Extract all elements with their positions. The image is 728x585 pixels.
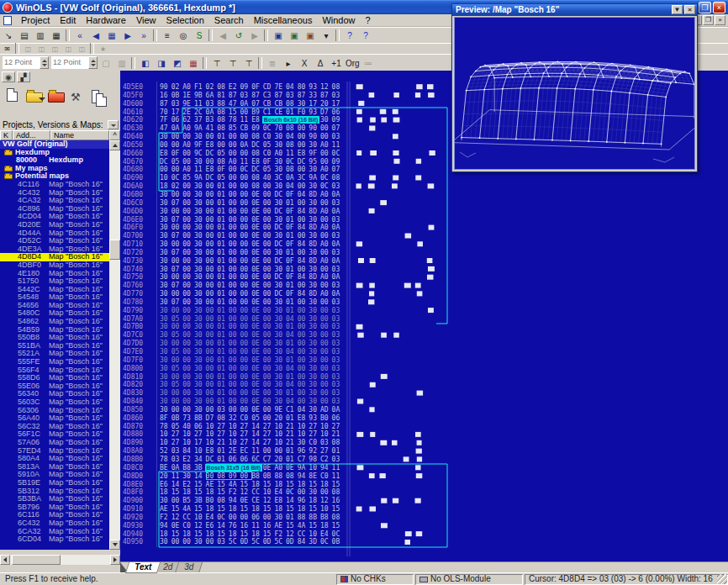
next-version-icon[interactable]: ▶ bbox=[120, 29, 135, 42]
hex-row[interactable]: 4D9503000003000035C0D5C0D5C0D843D0C0B bbox=[123, 538, 343, 546]
back-icon[interactable]: ◀ bbox=[215, 29, 230, 42]
column-header-name[interactable]: Name bbox=[50, 130, 109, 140]
hex-row[interactable]: 4D7B030000030000100000E00300100300003 bbox=[123, 323, 343, 331]
hex-row[interactable]: 4D640300000300001000008C0300400900003 bbox=[123, 133, 343, 141]
hide-icon[interactable]: ≣ bbox=[265, 56, 280, 70]
hex-row[interactable]: 4D80030050030000100000E00300400300003 bbox=[123, 365, 343, 373]
column-header-addr[interactable]: Add... bbox=[13, 130, 50, 140]
hex-row[interactable]: 4D83030000030000100000E00300100300003 bbox=[123, 389, 343, 398]
preview-title-bar[interactable]: Preview: /Map "Bosch 16" ▼ × bbox=[452, 4, 697, 16]
tree-item-map[interactable]: 6CD04Map "Bosch 16" bbox=[0, 535, 109, 544]
axis-y-icon[interactable]: ⊤ bbox=[225, 56, 240, 70]
hex-row[interactable]: 4D7A030050030000100000E00300400300003 bbox=[123, 315, 343, 324]
copy-window-icon[interactable]: ▥ bbox=[33, 29, 48, 42]
hex-row[interactable]: 4D6C030070030000100000E00300100300003 bbox=[123, 199, 343, 208]
spinner-up-icon[interactable] bbox=[42, 60, 47, 62]
search-maps-icon[interactable]: ◉ bbox=[2, 71, 15, 82]
hex-row[interactable]: 4D81030000030000100000E00300100300003 bbox=[123, 373, 343, 382]
hex-row[interactable]: 4D5E09002A0F10208E2090FCD7E0480931208 bbox=[123, 83, 343, 92]
sort-icon[interactable]: ^ bbox=[109, 130, 120, 140]
column-header-k[interactable]: K bbox=[0, 130, 13, 140]
checksum-button[interactable]: ⚒ bbox=[67, 85, 88, 115]
zoom-step4-icon[interactable]: ◫ bbox=[62, 44, 75, 54]
version-overview-icon[interactable]: ▦ bbox=[104, 29, 119, 42]
hex-row[interactable]: 4D78030070030000100000E00300100300003 bbox=[123, 298, 343, 307]
menu-?[interactable]: ? bbox=[361, 14, 376, 27]
hex-row[interactable]: 4D75030000030000100000E00DC0F848DA00A bbox=[123, 273, 343, 282]
grid-view-icon[interactable]: ▢ bbox=[98, 56, 113, 70]
tab-text[interactable]: Text bbox=[125, 562, 161, 573]
selection-3d-icon[interactable]: ◩ bbox=[170, 56, 185, 70]
compare-versions-icon[interactable]: ▞ bbox=[17, 71, 30, 82]
spinner-arrows-2[interactable] bbox=[88, 56, 98, 69]
font-size-value-2[interactable]: 12 Point bbox=[51, 56, 88, 69]
hex-row[interactable]: 4D660E80F009CDC05000008C0A011E89F000C bbox=[123, 150, 343, 158]
last-version-icon[interactable]: » bbox=[136, 29, 151, 42]
hex-row[interactable]: 4D82030050030000100000E00300400300003 bbox=[123, 381, 343, 389]
scroll-left-icon[interactable] bbox=[0, 555, 10, 565]
list-mode-icon[interactable]: ≔ bbox=[361, 56, 376, 70]
close-button[interactable]: × bbox=[713, 2, 725, 13]
spinner-arrows[interactable] bbox=[40, 56, 49, 69]
hex-row[interactable]: 4D8B07803E234DC0106066CC72001C798C203 bbox=[123, 456, 343, 464]
axis-z-icon[interactable]: ⊤ bbox=[241, 56, 256, 70]
hex-row[interactable]: 4D9003000B53BB008940ECE12E81496181216 bbox=[123, 497, 343, 505]
axis-x-icon[interactable]: ⊤ bbox=[209, 56, 224, 70]
panel-dropdown-button[interactable] bbox=[108, 120, 119, 129]
menu-selection[interactable]: Selection bbox=[161, 14, 209, 27]
hex-row[interactable]: 4D94018151815181518151815F212CC10E40C bbox=[123, 530, 343, 539]
hex-row[interactable]: 4D85030000030000300000E009EC10430AD0A bbox=[123, 406, 343, 414]
hex-row[interactable]: 4D8D02011301400080900B80B8808948EC011 bbox=[123, 472, 343, 481]
hex-row[interactable]: 4D7F030000030000100000E00300100300003 bbox=[123, 356, 343, 365]
font-size-spinner-2[interactable]: 12 Point bbox=[51, 56, 98, 69]
hex-row[interactable]: 4D930940EC012E61476161116AE154A151815 bbox=[123, 522, 343, 530]
hex-row[interactable]: 4D690100C859ADC05000008403C0A3C9A0C08 bbox=[123, 174, 343, 182]
import-icon[interactable]: ↘ bbox=[1, 29, 16, 42]
hex-row[interactable]: 4D76030070030000100000E00300100300003 bbox=[123, 282, 343, 290]
selection-2d-icon[interactable]: ◨ bbox=[154, 56, 169, 70]
hex-row[interactable]: 4D7C030050030000100000E00300400300003 bbox=[123, 331, 343, 340]
columns-icon[interactable]: ▥ bbox=[114, 56, 129, 70]
hex-row[interactable]: 4D60087039E110388470A07CBCB0830172017 bbox=[123, 100, 343, 108]
hex-row[interactable]: 4D72030070030000100000E00300100300003 bbox=[123, 249, 343, 257]
menu-hardware[interactable]: Hardware bbox=[81, 14, 131, 27]
favorites-icon[interactable]: ★ bbox=[97, 44, 109, 54]
plus-one-icon[interactable]: +1 bbox=[329, 56, 344, 70]
hex-row[interactable]: 4D920F212CC10E40C000006003001888BB808 bbox=[123, 514, 343, 522]
update-icon[interactable]: S bbox=[192, 29, 207, 42]
hex-row[interactable]: 4D7D030000030000100000E00300100300003 bbox=[123, 340, 343, 348]
preview-pin-button[interactable]: ▼ bbox=[672, 5, 683, 14]
hex-row[interactable]: 4D6E030070030000100000E00300100300003 bbox=[123, 216, 343, 224]
org-icon[interactable]: Org bbox=[345, 56, 360, 70]
spinner-up-icon[interactable] bbox=[91, 60, 96, 62]
hex-row[interactable]: 4D6F030000030000100000E00DC0F848DA00A bbox=[123, 224, 343, 232]
scroll-thumb-h[interactable] bbox=[12, 555, 61, 565]
hex-row[interactable]: 4D8E0E614E215AE154A151815181518151815 bbox=[123, 481, 343, 489]
spinner-down-icon[interactable] bbox=[42, 64, 47, 66]
font-size-value[interactable]: 12 Point bbox=[3, 56, 40, 69]
context-help-icon[interactable]: ? bbox=[358, 29, 373, 42]
scroll-right-icon[interactable] bbox=[110, 555, 120, 565]
first-version-icon[interactable]: « bbox=[72, 29, 87, 42]
menu-window[interactable]: Window bbox=[317, 14, 360, 27]
forward-icon[interactable]: ▶ bbox=[247, 29, 262, 42]
window-dropdown-icon[interactable]: ▾ bbox=[319, 29, 334, 42]
scroll-up-icon[interactable] bbox=[109, 140, 120, 150]
zoom-step2-icon[interactable]: ◫ bbox=[35, 44, 48, 54]
refresh-icon[interactable]: ↺ bbox=[231, 29, 246, 42]
font-size-spinner[interactable]: 12 Point bbox=[3, 56, 49, 69]
hex-row[interactable]: 4D8A052038410E8012EEC1100000196922701 bbox=[123, 447, 343, 456]
previous-version-icon[interactable]: ◀ bbox=[88, 29, 103, 42]
hex-row[interactable]: 4D6D030000030000100000E00DC0F848DA00A bbox=[123, 208, 343, 216]
child-close-button[interactable]: × bbox=[715, 15, 725, 25]
hex-row[interactable]: 4D73030000030000100000E00DC0F848DA00A bbox=[123, 257, 343, 266]
hex-row[interactable]: 4D6B030000030000100000E00DC0F048DA00A bbox=[123, 191, 343, 199]
hex-row[interactable]: 4D6A018020030000100000800300400300C03 bbox=[123, 182, 343, 191]
hex-row[interactable]: 4D89010271017102110271427102130C00308 bbox=[123, 439, 343, 447]
zoom-step1-icon[interactable]: ◫ bbox=[22, 44, 34, 54]
delta-icon[interactable]: Δ bbox=[313, 56, 328, 70]
arrow-icon[interactable]: ▸ bbox=[281, 56, 296, 70]
menu-project[interactable]: Project bbox=[16, 14, 55, 27]
preview-close-button[interactable]: × bbox=[684, 5, 695, 14]
spinner-down-icon[interactable] bbox=[91, 64, 96, 66]
